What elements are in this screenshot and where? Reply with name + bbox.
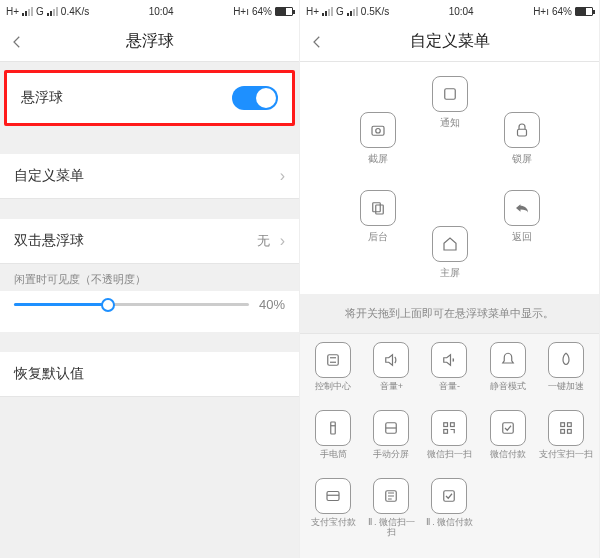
tray-item-flashlight[interactable]: 手电筒	[305, 410, 361, 470]
opacity-slider[interactable]	[14, 303, 249, 306]
wx-scan-icon	[431, 410, 467, 446]
tray-label: 微信付款	[490, 450, 526, 470]
radial-item-back[interactable]: 返回	[492, 190, 552, 244]
svg-rect-9	[331, 422, 336, 434]
status-bar: H+ G 0.5K/s 10:04 H+ı 64%	[300, 0, 599, 22]
tray-label: 音量+	[380, 382, 403, 402]
lock-icon	[504, 112, 540, 148]
tray-label: Ⅱ . 微信扫一扫	[363, 518, 419, 538]
chevron-left-icon	[8, 33, 26, 51]
page-title: 悬浮球	[126, 31, 174, 52]
svg-rect-3	[518, 129, 527, 136]
reply-icon	[504, 190, 540, 226]
radial-item-lock[interactable]: 锁屏	[492, 112, 552, 166]
svg-rect-18	[567, 423, 571, 427]
svg-rect-1	[372, 126, 384, 135]
row-value: 无	[257, 232, 270, 250]
net-icon: H+	[306, 6, 319, 17]
svg-rect-19	[561, 430, 565, 434]
tray-item-ali-scan[interactable]: 支付宝扫一扫	[538, 410, 594, 470]
chevron-left-icon	[308, 33, 326, 51]
row-reset-defaults[interactable]: 恢复默认值	[0, 352, 299, 397]
signal-icon	[322, 7, 333, 16]
boost-icon	[548, 342, 584, 378]
hplus-icon: H+ı	[533, 6, 549, 17]
mute-icon	[490, 342, 526, 378]
opacity-value: 40%	[259, 297, 285, 312]
ali-scan-icon	[548, 410, 584, 446]
row-float-toggle[interactable]: 悬浮球	[7, 73, 292, 123]
page-title: 自定义菜单	[410, 31, 490, 52]
tray-label: 手电筒	[320, 450, 347, 470]
row-custom-menu[interactable]: 自定义菜单 ›	[0, 154, 299, 199]
slider-thumb[interactable]	[101, 298, 115, 312]
svg-rect-4	[373, 203, 381, 212]
tray-label: 控制中心	[315, 382, 351, 402]
tray-label: 音量-	[439, 382, 460, 402]
layers-icon	[360, 190, 396, 226]
chevron-right-icon: ›	[280, 232, 285, 250]
row-double-tap[interactable]: 双击悬浮球 无 ›	[0, 219, 299, 264]
opacity-slider-row: 40%	[0, 291, 299, 332]
camera-icon	[360, 112, 396, 148]
signal-icon	[22, 7, 33, 16]
clock: 10:04	[149, 6, 174, 17]
svg-rect-0	[445, 89, 456, 100]
svg-rect-20	[567, 430, 571, 434]
carrier: G	[336, 6, 344, 17]
wx-pay2-icon	[431, 478, 467, 514]
signal2-icon	[47, 7, 58, 16]
tray-item-wx-scan2[interactable]: Ⅱ . 微信扫一扫	[363, 478, 419, 538]
tray-item-wx-scan[interactable]: 微信扫一扫	[421, 410, 477, 470]
batt-pct: 64%	[252, 6, 272, 17]
left-screen: H+ G 0.4K/s 10:04 H+ı 64% 悬浮球 悬浮球	[0, 0, 300, 558]
tray-label: Ⅱ . 微信付款	[426, 518, 474, 538]
tray-item-boost[interactable]: 一键加速	[538, 342, 594, 402]
header: 悬浮球	[0, 22, 299, 62]
ali-pay-icon	[315, 478, 351, 514]
battery-icon	[575, 7, 593, 16]
tray-item-wx-pay[interactable]: 微信付款	[480, 410, 536, 470]
status-bar: H+ G 0.4K/s 10:04 H+ı 64%	[0, 0, 299, 22]
radial-item-home[interactable]: 主屏	[420, 226, 480, 280]
right-screen: H+ G 0.5K/s 10:04 H+ı 64% 自定义菜单 通知 截屏	[300, 0, 600, 558]
svg-point-2	[376, 129, 381, 134]
battery-icon	[275, 7, 293, 16]
radial-item-recents[interactable]: 后台	[348, 190, 408, 244]
signal2-icon	[347, 7, 358, 16]
row-label: 双击悬浮球	[14, 232, 84, 250]
svg-rect-16	[502, 423, 513, 434]
tray-item-vol-up[interactable]: 音量+	[363, 342, 419, 402]
radial-item-notify[interactable]: 通知	[420, 76, 480, 130]
svg-rect-17	[561, 423, 565, 427]
row-label: 自定义菜单	[14, 167, 84, 185]
toggle-switch[interactable]	[232, 86, 278, 110]
net-icon: H+	[6, 6, 19, 17]
drag-hint: 将开关拖到上面即可在悬浮球菜单中显示。	[300, 294, 599, 333]
highlight-frame: 悬浮球	[4, 70, 295, 126]
tray-item-control-center[interactable]: 控制中心	[305, 342, 361, 402]
radial-menu: 通知 截屏 锁屏 后台 返回 主屏	[300, 62, 599, 294]
batt-pct: 64%	[552, 6, 572, 17]
svg-rect-14	[451, 423, 455, 427]
net-speed: 0.5K/s	[361, 6, 389, 17]
tray-label: 支付宝付款	[311, 518, 356, 538]
wx-scan2-icon	[373, 478, 409, 514]
wx-pay-icon	[490, 410, 526, 446]
svg-rect-5	[376, 205, 384, 214]
tray-item-vol-down[interactable]: 音量-	[421, 342, 477, 402]
back-button[interactable]	[308, 22, 326, 61]
chevron-right-icon: ›	[280, 167, 285, 185]
tray-item-mute[interactable]: 静音模式	[480, 342, 536, 402]
tray-item-ali-pay[interactable]: 支付宝付款	[305, 478, 361, 538]
row-label: 恢复默认值	[14, 365, 84, 383]
hplus-icon: H+ı	[233, 6, 249, 17]
back-button[interactable]	[8, 22, 26, 61]
tray-item-wx-pay2[interactable]: Ⅱ . 微信付款	[421, 478, 477, 538]
control-center-icon	[315, 342, 351, 378]
radial-item-screenshot[interactable]: 截屏	[348, 112, 408, 166]
vol-up-icon	[373, 342, 409, 378]
tray-item-split[interactable]: 手动分屏	[363, 410, 419, 470]
svg-rect-6	[328, 355, 339, 366]
opacity-label: 闲置时可见度（不透明度）	[0, 264, 299, 291]
